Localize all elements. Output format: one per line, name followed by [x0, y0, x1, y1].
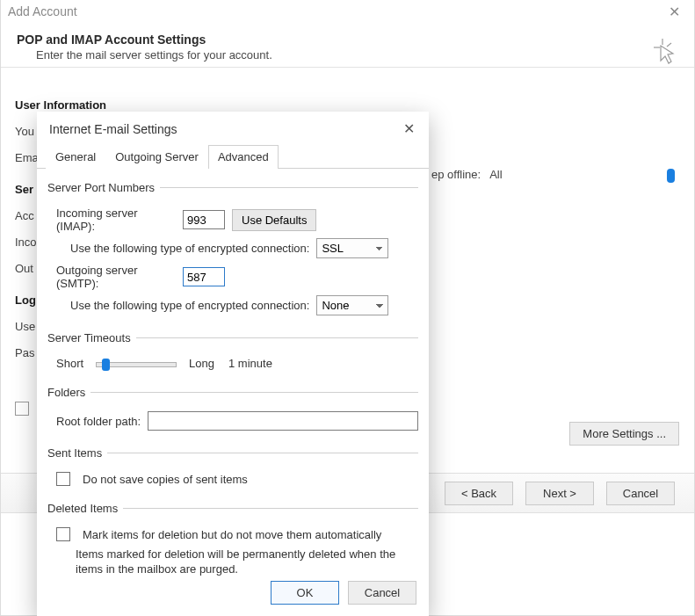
offline-slider[interactable]: [511, 173, 675, 177]
incoming-encryption-select[interactable]: SSL: [316, 238, 388, 258]
cancel-button[interactable]: Cancel: [606, 482, 675, 505]
incoming-port-input[interactable]: [183, 210, 225, 229]
next-button[interactable]: Next >: [525, 482, 594, 505]
root-folder-input[interactable]: [148, 411, 418, 431]
incoming-encryption-label: Use the following type of encrypted conn…: [70, 242, 309, 255]
mark-for-deletion-checkbox[interactable]: [56, 527, 70, 541]
slider-thumb[interactable]: [667, 169, 675, 183]
tab-general[interactable]: General: [46, 145, 105, 169]
mark-deletion-note: Items marked for deletion will be perman…: [76, 547, 418, 576]
dialog-body: Server Port Numbers Incoming server (IMA…: [37, 169, 429, 577]
timeout-value: 1 minute: [228, 357, 272, 370]
window-close-icon[interactable]: ✕: [666, 4, 682, 19]
cursor-icon: [654, 39, 678, 71]
offline-value: All: [489, 168, 502, 181]
back-button[interactable]: < Back: [445, 482, 513, 505]
wizard-header: POP and IMAP Account Settings Enter the …: [1, 24, 694, 68]
more-settings-container: More Settings ...: [569, 422, 679, 446]
dialog-title-bar: Internet E-mail Settings ✕: [37, 112, 429, 141]
group-server-port-numbers: Server Port Numbers Incoming server (IMA…: [47, 181, 418, 324]
use-defaults-button[interactable]: Use Defaults: [232, 209, 316, 231]
window-title-bar: Add Account ✕: [1, 0, 694, 24]
dialog-footer: OK Cancel: [37, 577, 429, 616]
outgoing-encryption-select[interactable]: None: [316, 295, 388, 315]
outgoing-server-label: Outgoing server (SMTP):: [56, 264, 176, 290]
slider-thumb[interactable]: [102, 359, 110, 371]
incoming-server-label: Incoming server (IMAP):: [56, 207, 176, 233]
dialog-title: Internet E-mail Settings: [49, 122, 177, 136]
root-folder-label: Root folder path:: [56, 415, 141, 428]
dialog-close-icon[interactable]: ✕: [401, 120, 416, 137]
unknown-checkbox[interactable]: [15, 402, 29, 416]
internet-email-settings-dialog: Internet E-mail Settings ✕ General Outgo…: [37, 112, 429, 616]
svg-line-2: [667, 43, 671, 47]
group-label: Sent Items: [47, 446, 107, 460]
timeout-slider[interactable]: [96, 362, 177, 367]
outgoing-port-input[interactable]: [183, 267, 225, 286]
group-folders: Folders Root folder path:: [47, 386, 418, 439]
tab-advanced[interactable]: Advanced: [208, 145, 279, 169]
dialog-cancel-button[interactable]: Cancel: [348, 581, 416, 605]
group-label: Server Timeouts: [47, 331, 136, 344]
group-sent-items: Sent Items Do not save copies of sent it…: [47, 446, 418, 495]
no-save-copies-label: Do not save copies of sent items: [83, 473, 248, 486]
tab-outgoing-server[interactable]: Outgoing Server: [105, 145, 208, 169]
group-label: Server Port Numbers: [47, 181, 160, 194]
outgoing-encryption-label: Use the following type of encrypted conn…: [70, 299, 309, 312]
timeout-short-label: Short: [56, 357, 83, 370]
ok-button[interactable]: OK: [271, 581, 339, 605]
mark-for-deletion-label: Mark items for deletion but do not move …: [83, 528, 381, 541]
group-server-timeouts: Server Timeouts Short Long 1 minute: [47, 331, 418, 379]
tab-bar: General Outgoing Server Advanced: [37, 144, 429, 169]
add-account-window: Add Account ✕ POP and IMAP Account Setti…: [0, 0, 695, 616]
wizard-subheading: Enter the mail server settings for your …: [36, 48, 689, 62]
group-deleted-items: Deleted Items Mark items for deletion bu…: [47, 502, 418, 577]
wizard-heading: POP and IMAP Account Settings: [17, 33, 689, 47]
window-title: Add Account: [8, 4, 77, 18]
group-label: Deleted Items: [47, 502, 123, 515]
offline-label: ep offline:: [431, 168, 481, 181]
more-settings-button[interactable]: More Settings ...: [569, 422, 679, 446]
offline-slider-row: ep offline: All: [431, 168, 675, 181]
no-save-copies-checkbox[interactable]: [56, 472, 70, 486]
group-label: Folders: [47, 386, 90, 399]
timeout-long-label: Long: [189, 357, 214, 370]
